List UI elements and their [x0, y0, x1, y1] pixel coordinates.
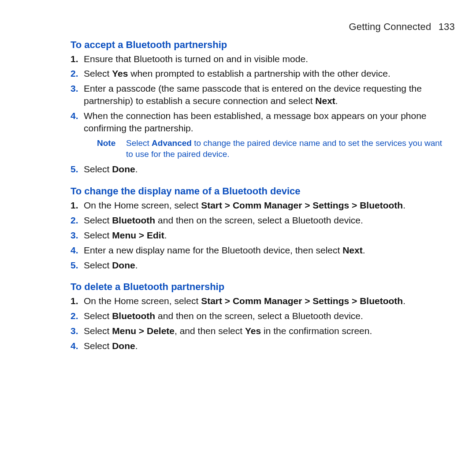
step-number: 3. — [71, 82, 78, 95]
text: . — [164, 230, 167, 240]
note-body: Select Advanced to change the paired dev… — [126, 138, 446, 160]
step-number: 4. — [71, 110, 78, 122]
step-list: 1.Ensure that Bluetooth is turned on and… — [71, 53, 446, 135]
text: Select — [84, 164, 112, 174]
step-number: 4. — [71, 244, 78, 257]
bold-text: Advanced — [152, 138, 192, 148]
text: Select — [84, 311, 112, 321]
page: Getting Connected 133 To accept a Blueto… — [0, 0, 476, 476]
section-title: To accept a Bluetooth partnership — [71, 39, 446, 51]
text: . — [135, 164, 138, 174]
step-item: 5.Select Done. — [84, 259, 446, 271]
text: . — [403, 200, 405, 210]
bold-text: Yes — [245, 326, 261, 336]
bold-text: Start > Comm Manager > Settings > Blueto… — [201, 200, 403, 210]
content-area: To accept a Bluetooth partnership1.Ensur… — [71, 39, 446, 352]
note-label: Note — [97, 138, 119, 160]
bold-text: Bluetooth — [112, 311, 155, 321]
section-title: To delete a Bluetooth partnership — [71, 281, 446, 293]
text: Select — [84, 341, 112, 351]
text: . — [335, 96, 338, 106]
text: and then on the screen, select a Bluetoo… — [155, 311, 363, 321]
bold-text: Menu > Delete — [112, 326, 175, 336]
text: On the Home screen, select — [84, 296, 201, 306]
bold-text: Start > Comm Manager > Settings > Blueto… — [201, 296, 403, 306]
step-item: 4.Select Done. — [84, 340, 446, 352]
step-item: 5.Select Done. — [84, 163, 446, 175]
text: Ensure that Bluetooth is turned on and i… — [84, 54, 308, 64]
step-item: 3.Enter a passcode (the same passcode th… — [84, 82, 446, 107]
step-item: 1.Ensure that Bluetooth is turned on and… — [84, 53, 446, 65]
text: Select — [84, 230, 112, 240]
bold-text: Yes — [112, 68, 128, 78]
bold-text: Next — [342, 245, 363, 255]
bold-text: Menu > Edit — [112, 230, 164, 240]
text: . — [403, 296, 405, 306]
bold-text: Bluetooth — [112, 215, 155, 225]
bold-text: Next — [315, 96, 335, 106]
step-number: 1. — [71, 295, 78, 307]
step-item: 2.Select Yes when prompted to establish … — [84, 67, 446, 80]
step-number: 2. — [71, 67, 78, 80]
text: in the confirmation screen. — [261, 326, 372, 336]
text: Select — [84, 260, 112, 270]
step-number: 5. — [71, 163, 78, 175]
section-name: Getting Connected — [349, 21, 431, 32]
text: Select — [84, 68, 112, 78]
step-number: 1. — [71, 199, 78, 212]
page-number: 133 — [439, 21, 455, 32]
step-item: 2.Select Bluetooth and then on the scree… — [84, 214, 446, 227]
text: . — [135, 341, 138, 351]
step-number: 3. — [71, 229, 78, 242]
text: . — [135, 260, 138, 270]
step-item: 4.Enter a new display name for the Bluet… — [84, 244, 446, 257]
step-number: 5. — [71, 259, 78, 271]
step-item: 3.Select Menu > Edit. — [84, 229, 446, 242]
text: , and then select — [175, 326, 245, 336]
step-number: 1. — [71, 53, 78, 65]
step-number: 3. — [71, 325, 78, 337]
step-number: 2. — [71, 310, 78, 322]
step-list: 1.On the Home screen, select Start > Com… — [71, 199, 446, 271]
text: . — [363, 245, 365, 255]
running-header: Getting Connected 133 — [21, 21, 455, 33]
text: Select — [84, 326, 112, 336]
text: When the connection has been established… — [84, 111, 427, 133]
bold-text: Done — [112, 341, 135, 351]
section-title: To change the display name of a Bluetoot… — [71, 185, 446, 197]
note-callout: NoteSelect Advanced to change the paired… — [97, 138, 446, 160]
step-item: 4.When the connection has been establish… — [84, 110, 446, 134]
text: when prompted to establish a partnership… — [128, 68, 390, 78]
step-list: 1.On the Home screen, select Start > Com… — [71, 295, 446, 352]
step-item: 3.Select Menu > Delete, and then select … — [84, 325, 446, 337]
text: Enter a new display name for the Bluetoo… — [84, 245, 342, 255]
bold-text: Done — [112, 260, 135, 270]
text: Select — [126, 138, 152, 148]
bold-text: Done — [112, 164, 135, 174]
step-item: 2.Select Bluetooth and then on the scree… — [84, 310, 446, 322]
text: Enter a passcode (the same passcode that… — [84, 83, 422, 106]
text: and then on the screen, select a Bluetoo… — [155, 215, 363, 225]
step-number: 2. — [71, 214, 78, 227]
step-list: 5.Select Done. — [71, 163, 446, 175]
step-number: 4. — [71, 340, 78, 352]
text: Select — [84, 215, 112, 225]
step-item: 1.On the Home screen, select Start > Com… — [84, 199, 446, 212]
text: On the Home screen, select — [84, 200, 201, 210]
step-item: 1.On the Home screen, select Start > Com… — [84, 295, 446, 307]
